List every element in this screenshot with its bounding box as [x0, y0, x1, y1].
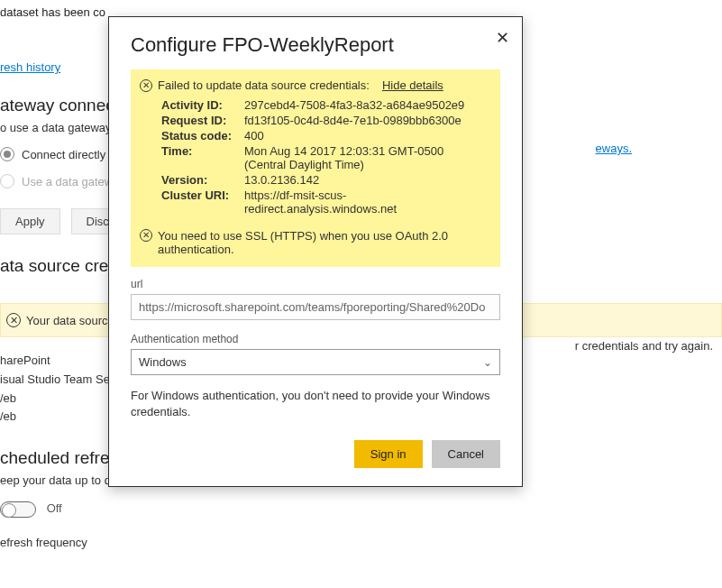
radio-label: Connect directly: [22, 148, 105, 161]
error-x-icon: ✕: [140, 229, 152, 242]
url-input[interactable]: https://microsoft.sharepoint.com/teams/f…: [131, 294, 500, 320]
version-label: Version:: [158, 172, 241, 188]
close-icon[interactable]: ✕: [496, 28, 509, 48]
auth-method-value: Windows: [139, 355, 187, 369]
time-value: Mon Aug 14 2017 12:03:31 GMT-0500 (Centr…: [241, 143, 491, 172]
version-value: 13.0.2136.142: [241, 172, 491, 188]
auth-method-select[interactable]: Windows ⌄: [131, 349, 500, 375]
error-details-table: Activity ID:297cebd4-7508-4fa3-8a32-a684…: [158, 97, 491, 216]
radio-label: Use a data gatew: [22, 175, 113, 188]
error-details-box: ✕ Failed to update data source credentia…: [131, 69, 500, 267]
apply-button[interactable]: Apply: [0, 208, 60, 234]
configure-datasource-dialog: ✕ Configure FPO-WeeklyReport ✕ Failed to…: [108, 16, 523, 487]
error-x-icon: ✕: [6, 313, 21, 327]
status-code-value: 400: [241, 128, 491, 143]
table-row: Status code:400: [158, 128, 491, 143]
auth-method-label: Authentication method: [131, 333, 500, 345]
activity-id-label: Activity ID:: [158, 97, 241, 113]
scheduled-refresh-toggle-row: Off: [0, 501, 722, 518]
status-code-label: Status code:: [158, 128, 241, 143]
table-row: Request ID:fd13f105-0c4d-8d4e-7e1b-0989b…: [158, 113, 491, 128]
error-banner-text-right: r credentials and try again.: [575, 339, 713, 353]
refresh-frequency-label: efresh frequency: [0, 536, 722, 549]
refresh-history-link[interactable]: resh history: [0, 60, 60, 74]
table-row: Activity ID:297cebd4-7508-4fa3-8a32-a684…: [158, 97, 491, 113]
error-message: Failed to update data source credentials…: [158, 78, 370, 92]
chevron-down-icon: ⌄: [483, 356, 492, 369]
sign-in-button[interactable]: Sign in: [354, 440, 423, 468]
auth-help-text: For Windows authentication, you don't ne…: [131, 388, 500, 420]
cancel-button[interactable]: Cancel: [432, 440, 500, 468]
cluster-uri-value: https://df-msit-scus-redirect.analysis.w…: [241, 188, 491, 216]
toggle-label: Off: [47, 502, 62, 516]
url-label: url: [131, 278, 500, 290]
gateways-link[interactable]: eways.: [596, 142, 632, 155]
radio-icon: [0, 174, 14, 188]
cluster-uri-label: Cluster URI:: [158, 188, 241, 216]
table-row: Version:13.0.2136.142: [158, 172, 491, 188]
hide-details-link[interactable]: Hide details: [382, 78, 443, 92]
ssl-required-message: You need to use SSL (HTTPS) when you use…: [158, 229, 491, 256]
dialog-title: Configure FPO-WeeklyReport: [131, 33, 500, 57]
radio-icon: [0, 147, 14, 161]
request-id-value: fd13f105-0c4d-8d4e-7e1b-0989bbb6300e: [241, 113, 491, 128]
table-row: Time:Mon Aug 14 2017 12:03:31 GMT-0500 (…: [158, 143, 491, 172]
time-label: Time:: [158, 143, 241, 172]
table-row: Cluster URI:https://df-msit-scus-redirec…: [158, 188, 491, 216]
toggle-switch[interactable]: [0, 501, 36, 518]
request-id-label: Request ID:: [158, 113, 241, 128]
error-x-icon: ✕: [140, 79, 152, 92]
activity-id-value: 297cebd4-7508-4fa3-8a32-a684ae9502e9: [241, 97, 491, 113]
error-banner-text: Your data sourc: [26, 314, 108, 327]
